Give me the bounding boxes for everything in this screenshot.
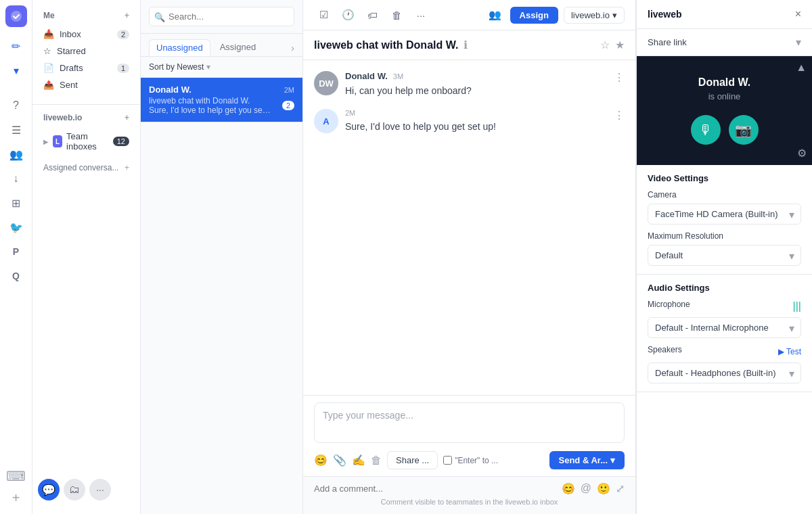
emoji-comment-icon[interactable]: 😊 — [562, 482, 575, 495]
tabs-more-icon[interactable]: › — [291, 39, 294, 56]
person-icon[interactable]: 👥 — [486, 5, 505, 24]
tab-unassigned[interactable]: Unassigned — [149, 39, 210, 56]
avatar-icon[interactable]: 🐦 — [5, 216, 27, 238]
clock-icon[interactable]: 🕐 — [338, 5, 357, 24]
smile-icon[interactable]: 🙂 — [597, 482, 610, 495]
bookmark-icon[interactable]: ☆ — [600, 39, 610, 51]
checkbox-icon[interactable]: ☑ — [314, 5, 333, 24]
panel-header: liveweb × — [637, 0, 812, 29]
sidebar-item-drafts[interactable]: 📄 Drafts 1 — [38, 60, 135, 76]
share-button[interactable]: Share ... — [387, 451, 438, 469]
close-icon[interactable]: × — [795, 8, 801, 20]
team-add-icon[interactable]: + — [125, 113, 129, 122]
help-icon[interactable]: ? — [5, 95, 27, 116]
more-button[interactable]: ··· — [89, 479, 111, 500]
comment-area: 😊 @ 🙂 ⤢ Comment visible to teammates in … — [303, 476, 635, 514]
me-add-icon[interactable]: + — [125, 11, 129, 20]
star-filled-icon[interactable]: ★ — [615, 39, 625, 51]
sidebar-item-sent[interactable]: 📤 Sent — [38, 76, 135, 93]
star-icon: ☆ — [43, 46, 51, 56]
app-logo — [5, 5, 27, 27]
message-input[interactable] — [314, 402, 625, 443]
more-options-icon[interactable]: ··· — [411, 5, 430, 24]
mic-level-icon: ||| — [793, 300, 801, 312]
inbox-dropdown-icon: ▾ — [612, 10, 617, 20]
video-settings-section: Video Settings Camera FaceTime HD Camera… — [637, 165, 812, 275]
right-panel: liveweb × Share link ▾ ▲ Donald W. is on… — [636, 0, 812, 514]
assign-button[interactable]: Assign — [510, 7, 558, 24]
archive-button[interactable]: 🗂 — [64, 479, 85, 500]
download-icon[interactable]: ↓ — [5, 168, 27, 189]
send-button[interactable]: Send & Ar... ▾ — [549, 451, 625, 469]
sort-button[interactable]: Sort by Newest ▾ — [141, 57, 302, 78]
tab-assigned[interactable]: Assigned — [213, 39, 263, 56]
assigned-section: Assigned conversa... + — [32, 160, 140, 175]
max-res-label: Maximum Resolution — [648, 231, 801, 241]
trash-icon[interactable]: 🗑 — [387, 5, 406, 24]
chat-messages: DW Donald W. 3M Hi, can you help me onbo… — [303, 60, 635, 395]
search-icon: 🔍 — [154, 11, 165, 22]
microphone-select[interactable]: Default - Internal Microphone — [648, 317, 801, 338]
chat-main: ☑ 🕐 🏷 🗑 ··· 👥 Assign liveweb.io ▾ livewe… — [303, 0, 636, 514]
speakers-select[interactable]: Default - Headphones (Built-in) — [648, 363, 801, 383]
inbox-icon: 📥 — [43, 29, 54, 39]
conv-preview-2: Sure, I'd love to help get you set... — [149, 106, 271, 115]
sidebar-item-starred[interactable]: ☆ Starred — [38, 43, 135, 60]
conversation-list: 🔍 Unassigned Assigned › Sort by Newest ▾… — [141, 0, 303, 514]
assigned-label: Assigned conversa... — [43, 163, 118, 172]
camera-select[interactable]: FaceTime HD Camera (Built-in) — [648, 204, 801, 225]
expand-comment-icon[interactable]: ⤢ — [616, 482, 625, 495]
list-icon[interactable]: ☰ — [5, 119, 27, 141]
emoji-icon[interactable]: 😊 — [314, 454, 328, 467]
menu-icon[interactable]: ⊞ — [5, 192, 27, 214]
conversation-item[interactable]: Donald W. 2M liveweb chat with Donald W.… — [141, 78, 302, 122]
people-icon[interactable]: 👥 — [5, 143, 27, 165]
enter-toggle[interactable]: "Enter" to ... — [443, 456, 498, 465]
conv-unread-badge: 2 — [282, 101, 294, 110]
test-link[interactable]: ▶ Test — [778, 347, 801, 356]
gear-icon[interactable]: ⚙ — [797, 147, 807, 160]
team-badge: 12 — [113, 137, 129, 146]
comment-input[interactable] — [314, 484, 556, 494]
share-link-label: Share link — [648, 37, 687, 47]
enter-checkbox[interactable] — [443, 456, 452, 465]
mic-button[interactable]: 🎙 — [691, 115, 721, 145]
sidebar-item-inbox[interactable]: 📥 Inbox 2 — [38, 26, 135, 43]
chat-info-icon[interactable]: ℹ — [464, 39, 468, 51]
p-icon[interactable]: P — [5, 241, 27, 262]
camera-button[interactable]: 📷 — [729, 115, 759, 145]
delete-icon[interactable]: 🗑 — [371, 454, 382, 467]
conv-time: 2M — [284, 86, 294, 94]
assigned-add-icon[interactable]: + — [125, 163, 129, 172]
sort-label: Sort by Newest — [149, 62, 204, 72]
message-content-agent: 2M Sure, I'd love to help you get set up… — [345, 109, 607, 134]
divider — [32, 104, 140, 105]
pencil-icon[interactable]: ✏ — [5, 35, 27, 57]
add-icon[interactable]: ⌨ — [5, 465, 27, 487]
sidebar-item-team-inboxes[interactable]: ▶ L Team inboxes 12 — [38, 128, 135, 155]
resolution-select[interactable]: Default — [648, 245, 801, 266]
q-icon[interactable]: Q — [5, 265, 27, 287]
bottom-actions: 💬 🗂 ··· — [32, 473, 140, 506]
send-dropdown-icon[interactable]: ▾ — [610, 455, 615, 465]
collapse-icon[interactable]: ▲ — [796, 62, 807, 74]
draft-icon: 📄 — [43, 63, 54, 73]
team-section: liveweb.io + ▶ L Team inboxes 12 — [32, 110, 140, 155]
tag-icon[interactable]: 🏷 — [363, 5, 382, 24]
icon-rail: ✏ ▾ ? ☰ 👥 ↓ ⊞ 🐦 P Q ⌨ + — [0, 0, 32, 514]
audio-settings-section: Audio Settings Microphone ||| Default - … — [637, 275, 812, 392]
mention-icon[interactable]: @ — [581, 482, 591, 495]
inbox-selector[interactable]: liveweb.io ▾ — [564, 7, 625, 24]
share-link-row[interactable]: Share link ▾ — [637, 29, 812, 56]
share-link-expand-icon: ▾ — [796, 36, 801, 49]
chevron-down-icon[interactable]: ▾ — [5, 60, 27, 81]
plus-icon[interactable]: + — [5, 487, 27, 509]
agent-message-more-icon[interactable]: ⋮ — [614, 109, 625, 122]
message-more-icon[interactable]: ⋮ — [614, 71, 625, 84]
video-contact-name: Donald W. — [698, 76, 750, 89]
chat-button[interactable]: 💬 — [38, 479, 60, 500]
microphone-label: Microphone — [648, 300, 690, 309]
signature-icon[interactable]: ✍ — [352, 454, 365, 467]
search-input[interactable] — [149, 7, 294, 26]
attachment-icon[interactable]: 📎 — [333, 454, 346, 467]
